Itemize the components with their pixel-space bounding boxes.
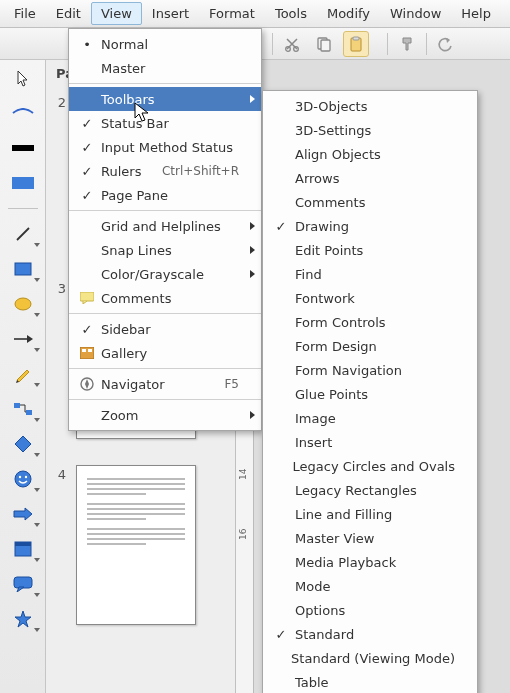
smiley-tool[interactable] bbox=[8, 467, 38, 491]
menu-item-label: Toolbars bbox=[97, 92, 239, 107]
menu-item-comments[interactable]: Comments bbox=[69, 286, 261, 310]
toolbar-toggle-comments[interactable]: Comments bbox=[263, 190, 477, 214]
toolbar-toggle-align-objects[interactable]: Align Objects bbox=[263, 142, 477, 166]
menu-tools[interactable]: Tools bbox=[265, 2, 317, 25]
toolbars-submenu: 3D-Objects3D-SettingsAlign ObjectsArrows… bbox=[262, 90, 478, 693]
toolbar-toggle--d-objects[interactable]: 3D-Objects bbox=[263, 94, 477, 118]
svg-rect-22 bbox=[82, 349, 86, 352]
toolbar-toggle-find[interactable]: Find bbox=[263, 262, 477, 286]
svg-rect-19 bbox=[14, 577, 32, 588]
toolbar-toggle-insert[interactable]: Insert bbox=[263, 430, 477, 454]
menu-item-page-pane[interactable]: ✓Page Pane bbox=[69, 183, 261, 207]
copy-button[interactable] bbox=[311, 31, 337, 57]
menu-item-label: Legacy Circles and Ovals bbox=[289, 459, 455, 474]
toolbar-toggle-legacy-rectangles[interactable]: Legacy Rectangles bbox=[263, 478, 477, 502]
paste-button[interactable] bbox=[343, 31, 369, 57]
toolbar-toggle-mode[interactable]: Mode bbox=[263, 574, 477, 598]
menu-edit[interactable]: Edit bbox=[46, 2, 91, 25]
menu-file[interactable]: File bbox=[4, 2, 46, 25]
menu-item-label: Input Method Status bbox=[97, 140, 239, 155]
toolbar-toggle-media-playback[interactable]: Media Playback bbox=[263, 550, 477, 574]
check-icon: ✓ bbox=[77, 188, 97, 203]
menu-item-normal[interactable]: •Normal bbox=[69, 32, 261, 56]
toolbar-separator bbox=[426, 33, 427, 55]
toolbar-toggle-standard[interactable]: ✓Standard bbox=[263, 622, 477, 646]
menu-item-snap-lines[interactable]: Snap Lines bbox=[69, 238, 261, 262]
toolbar-toggle-form-navigation[interactable]: Form Navigation bbox=[263, 358, 477, 382]
callout-tool[interactable] bbox=[8, 572, 38, 596]
toolbar-toggle-fontwork[interactable]: Fontwork bbox=[263, 286, 477, 310]
menu-item-master[interactable]: Master bbox=[69, 56, 261, 80]
toolbar-toggle--d-settings[interactable]: 3D-Settings bbox=[263, 118, 477, 142]
block-arrow-tool[interactable] bbox=[8, 502, 38, 526]
toolbar-toggle-line-and-filling[interactable]: Line and Filling bbox=[263, 502, 477, 526]
check-icon: ✓ bbox=[271, 627, 291, 642]
menu-item-sidebar[interactable]: ✓Sidebar bbox=[69, 317, 261, 341]
toolbar-toggle-options[interactable]: Options bbox=[263, 598, 477, 622]
menu-item-label: Legacy Rectangles bbox=[291, 483, 455, 498]
menu-item-navigator[interactable]: NavigatorF5 bbox=[69, 372, 261, 396]
menu-item-label: Align Objects bbox=[291, 147, 455, 162]
line-color-tool[interactable] bbox=[8, 136, 38, 160]
accelerator: Ctrl+Shift+R bbox=[144, 164, 239, 178]
toolbar-toggle-edit-points[interactable]: Edit Points bbox=[263, 238, 477, 262]
menu-item-label: Navigator bbox=[97, 377, 206, 392]
radio-dot-icon: • bbox=[77, 37, 97, 52]
toolbar-toggle-legacy-circles-and-ovals[interactable]: Legacy Circles and Ovals bbox=[263, 454, 477, 478]
cut-button[interactable] bbox=[279, 31, 305, 57]
line-style-tool[interactable] bbox=[8, 101, 38, 125]
menu-format[interactable]: Format bbox=[199, 2, 265, 25]
menu-item-rulers[interactable]: ✓RulersCtrl+Shift+R bbox=[69, 159, 261, 183]
drawing-toolbar bbox=[0, 60, 46, 693]
menu-item-input-method-status[interactable]: ✓Input Method Status bbox=[69, 135, 261, 159]
menu-item-gallery[interactable]: Gallery bbox=[69, 341, 261, 365]
toolbar-toggle-image[interactable]: Image bbox=[263, 406, 477, 430]
toolbar-toggle-glue-points[interactable]: Glue Points bbox=[263, 382, 477, 406]
menu-item-color-grayscale[interactable]: Color/Grayscale bbox=[69, 262, 261, 286]
svg-rect-3 bbox=[321, 40, 330, 51]
menu-item-label: Insert bbox=[291, 435, 455, 450]
fill-color-tool[interactable] bbox=[8, 171, 38, 195]
line-tool[interactable] bbox=[8, 222, 38, 246]
page-number: 4 bbox=[56, 467, 66, 482]
svg-rect-23 bbox=[88, 349, 92, 352]
navigator-icon bbox=[77, 377, 97, 391]
diamond-tool[interactable] bbox=[8, 432, 38, 456]
toolbar-separator bbox=[387, 33, 388, 55]
menu-item-grid-and-helplines[interactable]: Grid and Helplines bbox=[69, 214, 261, 238]
rect-tool[interactable] bbox=[8, 257, 38, 281]
menu-item-toolbars[interactable]: Toolbars bbox=[69, 87, 261, 111]
menu-item-status-bar[interactable]: ✓Status Bar bbox=[69, 111, 261, 135]
menu-modify[interactable]: Modify bbox=[317, 2, 380, 25]
pencil-tool[interactable] bbox=[8, 362, 38, 386]
page-thumbnail[interactable] bbox=[76, 465, 196, 625]
ellipse-tool[interactable] bbox=[8, 292, 38, 316]
menu-item-zoom[interactable]: Zoom bbox=[69, 403, 261, 427]
menu-insert[interactable]: Insert bbox=[142, 2, 199, 25]
menu-view[interactable]: View bbox=[91, 2, 142, 25]
menu-window[interactable]: Window bbox=[380, 2, 451, 25]
undo-button[interactable] bbox=[433, 31, 459, 57]
clone-format-button[interactable] bbox=[394, 31, 420, 57]
check-icon: ✓ bbox=[271, 219, 291, 234]
toolbar-toggle-master-view[interactable]: Master View bbox=[263, 526, 477, 550]
star-tool[interactable] bbox=[8, 607, 38, 631]
toolbar-toggle-drawing[interactable]: ✓Drawing bbox=[263, 214, 477, 238]
check-icon: ✓ bbox=[77, 164, 97, 179]
toolbar-toggle-form-controls[interactable]: Form Controls bbox=[263, 310, 477, 334]
pointer-tool[interactable] bbox=[8, 66, 38, 90]
connector-tool[interactable] bbox=[8, 397, 38, 421]
toolbar-toggle-standard-viewing-mode-[interactable]: Standard (Viewing Mode) bbox=[263, 646, 477, 670]
menu-item-label: Edit Points bbox=[291, 243, 455, 258]
flowchart-tool[interactable] bbox=[8, 537, 38, 561]
arrow-tool[interactable] bbox=[8, 327, 38, 351]
submenu-arrow-icon bbox=[250, 246, 255, 254]
page-thumb-row[interactable]: 4 bbox=[56, 465, 225, 625]
submenu-arrow-icon bbox=[250, 95, 255, 103]
toolbar-toggle-arrows[interactable]: Arrows bbox=[263, 166, 477, 190]
toolbar-toggle-table[interactable]: Table bbox=[263, 670, 477, 693]
toolbar-toggle-form-design[interactable]: Form Design bbox=[263, 334, 477, 358]
menu-item-label: Media Playback bbox=[291, 555, 455, 570]
menu-item-label: Image bbox=[291, 411, 455, 426]
menu-help[interactable]: Help bbox=[451, 2, 501, 25]
